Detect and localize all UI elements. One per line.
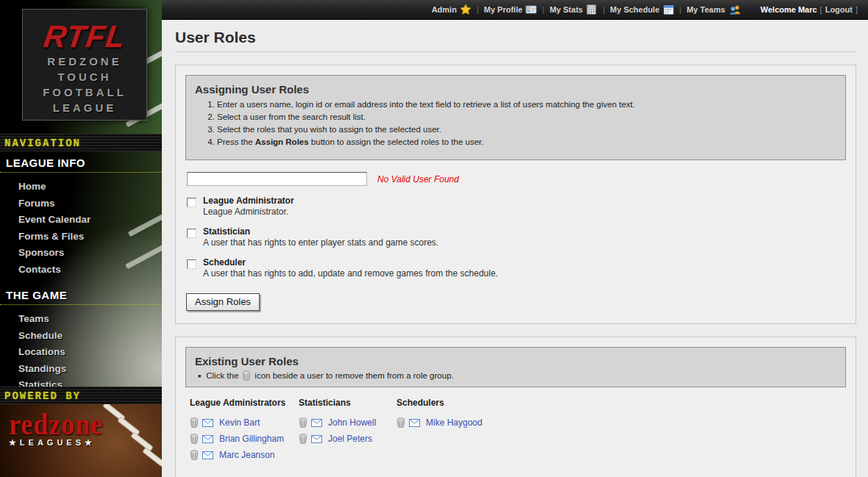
league-administrator-checkbox[interactable] <box>187 198 196 207</box>
existing-user-roles-panel: Existing User Roles ■ Click the icon bes… <box>175 337 856 477</box>
topbar-item-admin[interactable]: Admin <box>432 4 472 15</box>
topbar-item-my-profile[interactable]: My Profile <box>484 4 538 15</box>
user-row: Brian Gillingham <box>190 431 299 447</box>
assigning-title: Assigning User Roles <box>195 83 836 96</box>
note-text: Click the <box>206 371 238 380</box>
email-icon <box>202 435 213 443</box>
email-icon <box>311 419 322 427</box>
rtfl-logo-line: REDZONE <box>23 54 146 69</box>
powered-by-led-bar: POWERED BY <box>0 387 162 404</box>
remove-user-button[interactable] <box>190 450 199 460</box>
sidebar-item-statistics[interactable]: Statistics <box>0 377 162 387</box>
sidebar-item-forums[interactable]: Forums <box>0 196 162 212</box>
user-search-input[interactable] <box>187 172 367 186</box>
email-user-button[interactable] <box>202 435 213 443</box>
main-content: User Roles Assigning User Roles Enter a … <box>162 20 868 477</box>
email-user-button[interactable] <box>311 419 322 427</box>
logout-link[interactable]: Logout <box>825 5 853 14</box>
rtfl-logo-line: FOOTBALL <box>23 85 146 100</box>
rtfl-logo[interactable]: RTFL REDZONE TOUCH FOOTBALL LEAGUE <box>22 9 147 121</box>
remove-user-button[interactable] <box>190 434 199 444</box>
bin-icon <box>396 417 405 428</box>
topbar-my-teams-label: My Teams <box>686 5 725 14</box>
email-user-button[interactable] <box>409 419 420 427</box>
logout-bracket: [ <box>820 5 822 14</box>
rtfl-logo-acronym: RTFL <box>21 20 149 54</box>
calendar-icon <box>663 4 675 15</box>
step-text: button to assign the selected roles to t… <box>309 137 484 146</box>
group-icon <box>728 4 741 15</box>
group-league-administrators: League Administrators Kevin Bart Brian G… <box>190 398 299 463</box>
role-description: A user that has rights to add, update an… <box>203 268 498 279</box>
topbar-admin-label: Admin <box>432 5 457 14</box>
group-title: Schedulers <box>396 398 483 408</box>
calculator-icon <box>586 4 597 15</box>
user-link[interactable]: Marc Jeanson <box>219 450 274 460</box>
sidebar-item-home[interactable]: Home <box>0 179 162 196</box>
statistician-checkbox[interactable] <box>187 229 196 238</box>
topbar-item-my-teams[interactable]: My Teams <box>686 4 741 15</box>
bin-icon <box>242 370 251 381</box>
group-title: Statisticians <box>299 398 396 408</box>
football-lace <box>142 447 162 467</box>
email-icon <box>202 419 213 427</box>
role-name: Scheduler <box>203 257 498 268</box>
email-user-button[interactable] <box>311 435 322 443</box>
sidebar-section-the-game: THE GAME <box>0 284 162 305</box>
topbar-separator: | <box>680 5 682 14</box>
role-groups: League Administrators Kevin Bart Brian G… <box>190 398 846 463</box>
remove-user-button[interactable] <box>396 417 405 428</box>
email-user-button[interactable] <box>202 419 213 427</box>
welcome-user-label: Welcome Marc <box>761 5 817 14</box>
group-statisticians: Statisticians John Howell Joel Peters <box>299 398 396 463</box>
sidebar-item-locations[interactable]: Locations <box>0 344 162 361</box>
role-description: A user that has rights to enter player s… <box>203 237 438 248</box>
user-search-row: No Valid User Found <box>187 172 846 186</box>
user-link[interactable]: Brian Gillingham <box>219 434 284 444</box>
email-icon <box>409 419 420 427</box>
bullet-icon: ■ <box>198 373 201 379</box>
topbar-my-stats-label: My Stats <box>549 5 583 14</box>
remove-user-button[interactable] <box>190 417 199 428</box>
redzone-logo-text: redzone <box>9 409 103 438</box>
sidebar-item-standings[interactable]: Standings <box>0 361 162 378</box>
assigning-user-roles-header: Assigning User Roles Enter a users name,… <box>185 75 846 160</box>
user-row: John Howell <box>299 415 396 431</box>
user-link[interactable]: Mike Haygood <box>426 417 483 428</box>
topbar-separator: | <box>477 5 479 14</box>
sidebar-item-event-calendar[interactable]: Event Calendar <box>0 212 162 229</box>
sidebar-field-background: RTFL REDZONE TOUCH FOOTBALL LEAGUE <box>0 0 162 134</box>
role-option-statistician: Statistician A user that has rights to e… <box>185 226 846 248</box>
email-user-button[interactable] <box>202 451 213 459</box>
step-text: Press the <box>217 137 255 146</box>
user-link[interactable]: Kevin Bart <box>219 417 260 428</box>
topbar-item-my-schedule[interactable]: My Schedule <box>610 4 674 15</box>
redzone-leagues-logo-area: redzone ★LEAGUES★ <box>0 404 162 477</box>
remove-user-button[interactable] <box>299 417 307 428</box>
topbar-separator: | <box>602 5 605 14</box>
bin-icon <box>190 417 199 428</box>
sidebar-section-league-info: LEAGUE INFO <box>0 151 162 173</box>
email-icon <box>311 435 322 443</box>
topbar: Admin | My Profile | My Stats | My Sched… <box>162 0 868 20</box>
existing-title: Existing User Roles <box>195 355 836 367</box>
topbar-item-my-stats[interactable]: My Stats <box>549 4 597 15</box>
sidebar-item-schedule[interactable]: Schedule <box>0 328 162 345</box>
user-link[interactable]: John Howell <box>328 417 376 428</box>
scheduler-checkbox[interactable] <box>187 259 196 269</box>
user-row: Mike Haygood <box>396 415 483 431</box>
role-name: League Administrator <box>203 196 294 206</box>
user-link[interactable]: Joel Peters <box>328 434 372 444</box>
assign-roles-button[interactable]: Assign Roles <box>186 293 260 311</box>
navigation-led-bar: NAVIGATION <box>0 134 162 151</box>
role-option-scheduler: Scheduler A user that has rights to add,… <box>185 257 846 279</box>
no-valid-user-message: No Valid User Found <box>377 174 459 184</box>
remove-user-button[interactable] <box>299 434 307 444</box>
step-item: Select a user from the search result lis… <box>217 112 836 121</box>
topbar-my-schedule-label: My Schedule <box>610 5 659 14</box>
group-title: League Administrators <box>190 398 299 408</box>
role-option-league-administrator: League Administrator League Administrato… <box>185 196 846 217</box>
note-text: icon beside a user to remove them from a… <box>255 371 453 380</box>
step-item: Select the roles that you wish to assign… <box>217 125 836 134</box>
sidebar-item-teams[interactable]: Teams <box>0 311 162 328</box>
